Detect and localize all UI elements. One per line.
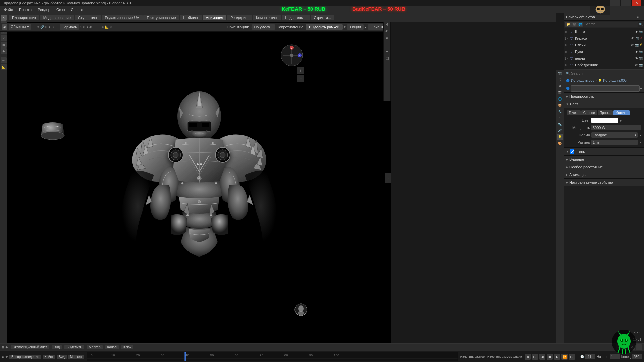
outliner-new-col-icon[interactable]: 📁 [565,22,571,27]
visibility-toggle-helmet[interactable]: 👁 [634,30,638,34]
workspace-geometry-nodes[interactable]: Ноды геом... [282,15,310,20]
prop-particles-icon[interactable]: ✦ [557,115,563,121]
current-frame-value[interactable]: 41 [585,354,595,359]
minimize-button[interactable]: — [610,0,620,6]
select-mode-btn[interactable]: Выделить рамкой [306,24,343,30]
object-mode-dropdown[interactable]: Объекты ▾ [9,24,31,30]
workspace-planner[interactable]: Планировщик [9,15,39,20]
section-light-header[interactable]: ▼ Свет [564,100,644,108]
prop-view-icon[interactable]: ⧉ [557,83,563,89]
timeline-playback-menu[interactable]: Воспроизведение [9,355,41,359]
light-tab-point[interactable]: Точе... [567,110,581,115]
tool-annotate[interactable]: ✏ [1,57,7,63]
timeline-keying-menu[interactable]: Кейнг [43,355,55,359]
prop-scene-icon[interactable]: 🎬 [557,89,563,96]
viewport[interactable]: Y X + − › [7,13,391,343]
render-toggle-shoulders[interactable]: 📷 [635,43,639,47]
tool-select[interactable]: ↖ [1,15,7,21]
prop-data-icon[interactable]: 💡 [557,134,563,140]
tool-scale[interactable]: ⊞ [1,42,7,48]
object-name-input[interactable]: Источник-область.005 [571,85,640,92]
workspace-uv[interactable]: Редактирование UV [102,15,143,20]
visibility-toggle-shoulders[interactable]: 👁 [630,43,634,47]
render-toggle-cuirass[interactable]: 📷 [636,37,639,40]
prop-physics-icon[interactable]: 🔩 [557,121,563,127]
outliner-item-gloves[interactable]: ▷ ▽ перчи 👁 📷 [564,55,644,62]
menu-window[interactable]: Окно [54,7,68,12]
timeline-menu-key[interactable]: Ключ [121,345,133,349]
jump-end-button[interactable]: ⏭ [569,354,575,360]
playback-type-icon[interactable]: ⊕ [5,355,8,358]
viewport-edge-collapse[interactable]: › [385,173,391,183]
visibility-toggle-arms[interactable]: 👁 [634,50,638,54]
prop-modifiers-icon[interactable]: 🔧 [557,109,563,115]
timeline-menu-view[interactable]: Вид [52,345,62,349]
light-color-picker[interactable] [591,118,618,123]
outliner-item-waist[interactable]: ▷ ▽ Набедренник 👁 📷 [564,62,644,68]
menu-render[interactable]: Рендер [35,7,53,12]
props-search-input[interactable] [571,71,642,75]
shadow-enabled-checkbox[interactable] [570,149,574,154]
options-btn[interactable]: Опции [347,24,364,30]
prev-keyframe-button[interactable]: ⏭ [532,354,538,360]
tool-transform[interactable]: ⊕ [1,48,7,54]
workspace-scripting[interactable]: Скрипти... [311,15,334,20]
jump-start-button[interactable]: ⏮ [525,354,531,360]
visibility-toggle-waist[interactable]: 👁 [634,63,638,67]
outliner-item-helmet[interactable]: ▷ ▽ Шлем 👁 📷 [564,28,644,35]
tool-rotate[interactable]: ↺ [1,35,7,41]
workspace-texturing[interactable]: Текстурирование [143,15,179,20]
view-output-icon[interactable]: 🖨 [384,21,390,27]
section-influence-header[interactable]: ▶ Влияние [564,156,644,163]
prop-world-icon[interactable]: 🌐 [557,96,563,102]
outliner-add-icon[interactable]: + [640,15,642,19]
visibility-toggle-cuirass[interactable]: 👁 [631,37,635,40]
timeline-mode-icon[interactable]: ⊞ [2,346,5,349]
timeline-menu-select[interactable]: Выделить [64,345,84,349]
props-name-arrow[interactable]: ▸ [640,86,642,90]
light-shape-dropdown[interactable]: Квадрат ▾ [591,132,638,138]
view-filter-icon[interactable]: ≡ [384,48,390,54]
section-custom-props-header[interactable]: ▶ Настраиваемые свойства [564,179,644,186]
light-size-input[interactable]: 1 m [591,140,638,145]
outliner-filter-icon[interactable]: ≡ [637,15,639,19]
maximize-button[interactable]: □ [621,0,631,6]
breadcrumb-item-1[interactable]: Источ...сть.005 [571,79,594,82]
stop-button[interactable]: ⏹ [547,354,553,360]
section-preview-header[interactable]: ▶ Предпросмотр [564,93,644,100]
outliner-search-icon[interactable]: 🔍 [639,23,643,26]
section-distance-header[interactable]: ▶ Особое расстояние [564,163,644,171]
outliner-scene-icon[interactable]: 🎬 [571,22,577,27]
render-toggle-helmet[interactable]: 📷 [639,30,643,34]
light-color-arrow[interactable]: ▸ [620,119,622,122]
workspace-rendering[interactable]: Рендеринг [227,15,252,20]
props-name-field[interactable]: 🔵 Источник-область.005 ▸ [564,84,644,93]
breadcrumb-item-2[interactable]: Источ...сть.005 [603,79,627,82]
prop-object-icon[interactable]: 📦 [557,102,563,108]
tool-measure[interactable]: 📐 [1,64,7,70]
render-toggle-gloves[interactable]: 📷 [639,57,643,60]
section-animation-header[interactable]: ▶ Анимация [564,171,644,178]
light-tab-sun[interactable]: Солнце [581,110,597,115]
light-power-input[interactable]: 5000 W [591,125,641,130]
zoom-controls[interactable]: + − [297,67,304,82]
prop-constraints-icon[interactable]: 🔗 [557,128,563,134]
timeline-menu-dopesheet[interactable]: Экспозиционный лист [11,345,49,349]
play-reverse-button[interactable]: ◀ [539,354,545,360]
light-tab-area[interactable]: Источ... [613,110,630,115]
workspace-animation[interactable]: Анимация [203,15,227,20]
timeline-menu-channel[interactable]: Канал [105,345,119,349]
next-keyframe-button[interactable]: ⏩ [561,354,568,360]
prop-output-icon[interactable]: 🖨 [557,77,563,83]
options-button[interactable]: Изменить размер Опции [487,355,522,358]
timeline-type-icon[interactable]: ⊕ [5,346,8,349]
object-mode-icon[interactable]: ◉ [2,24,7,30]
section-shadow-header[interactable]: ▼ Тень [564,148,644,155]
workspace-modeling[interactable]: Моделирование [40,15,74,20]
zoom-out-button[interactable]: − [297,75,304,82]
timeline-menu-marker[interactable]: Маркер [87,345,102,349]
prop-render-icon[interactable]: 📷 [557,70,563,76]
close-button[interactable]: ✕ [632,0,641,6]
outliner-search-input[interactable] [585,22,636,26]
timeline-view-menu[interactable]: Вид [57,355,67,359]
